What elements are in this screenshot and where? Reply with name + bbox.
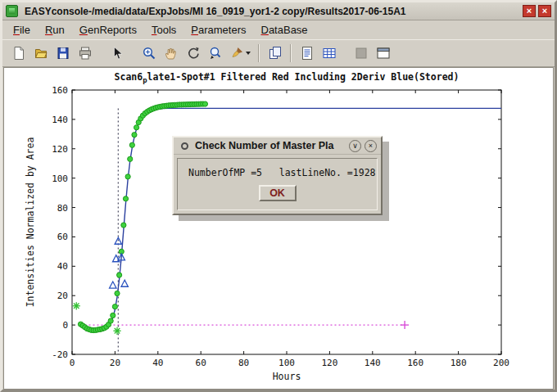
svg-text:0: 0 <box>70 358 75 368</box>
stop-icon <box>354 46 369 61</box>
window-layout-icon <box>376 46 391 61</box>
pan-hand-icon <box>164 46 179 61</box>
toolbar-separator <box>290 44 292 62</box>
svg-text:60: 60 <box>57 232 68 242</box>
figure-area: 020406080100120140160180200-200204060801… <box>3 67 554 390</box>
app-window: EASYconsole-/media/data/ExpJobs/MI 16_09… <box>0 0 557 392</box>
dialog-body: NumberOfMP =5 lastLineNo. =1928 OK <box>177 158 378 210</box>
print-button[interactable] <box>74 43 96 65</box>
svg-text:140: 140 <box>365 358 381 368</box>
paint-brush-icon <box>229 46 244 61</box>
dialog-check-number-of-master-plates: Check Number of Master Pla ∨ × NumberOfM… <box>172 136 383 215</box>
new-document-icon <box>11 46 26 61</box>
menu-genreports[interactable]: GenReports <box>72 21 144 38</box>
svg-text:180: 180 <box>451 358 467 368</box>
window-minimize-button[interactable]: × <box>523 5 536 17</box>
paint-brush-button[interactable] <box>226 43 254 65</box>
svg-text:100: 100 <box>52 173 68 184</box>
rotate-icon <box>186 46 201 61</box>
rotate-button[interactable] <box>182 43 204 65</box>
svg-text:200: 200 <box>493 358 509 368</box>
svg-text:160: 160 <box>52 85 68 96</box>
svg-text:0: 0 <box>62 320 68 331</box>
menu-parameters[interactable]: Parameters <box>183 21 253 38</box>
dropdown-arrow-icon <box>246 52 251 55</box>
zoom-region-button[interactable] <box>204 43 226 65</box>
new-document-button[interactable] <box>7 43 29 65</box>
report-document-button[interactable] <box>296 43 318 65</box>
dialog-icon <box>181 142 188 150</box>
pan-hand-button[interactable] <box>160 43 182 65</box>
dialog-message: NumberOfMP =5 lastLineNo. =1928 <box>188 167 377 178</box>
dialog-shade-button[interactable]: ∨ <box>349 140 361 152</box>
dialog-title: Check Number of Master Pla <box>195 140 346 151</box>
copy-figure-button[interactable] <box>264 43 286 65</box>
select-arrow-button[interactable] <box>106 43 128 65</box>
svg-text:80: 80 <box>57 203 68 214</box>
svg-text:20: 20 <box>57 291 68 301</box>
app-icon <box>6 5 18 17</box>
svg-text:140: 140 <box>52 115 68 125</box>
open-folder-button[interactable] <box>29 43 52 65</box>
toolbar-gap <box>340 53 350 54</box>
svg-text:160: 160 <box>407 358 423 368</box>
dialog-close-button[interactable]: × <box>365 140 377 152</box>
window-close-button[interactable]: × <box>538 5 551 17</box>
zoom-in-button[interactable] <box>138 43 160 65</box>
chart-canvas[interactable]: 020406080100120140160180200-200204060801… <box>4 68 553 389</box>
dialog-titlebar[interactable]: Check Number of Master Pla ∨ × <box>174 137 381 155</box>
toolbar-separator <box>258 44 260 62</box>
menu-database[interactable]: DataBase <box>254 21 315 38</box>
svg-text:Scan6plate1-Spot#1 Filtered Re: Scan6plate1-Spot#1 Filtered Red Includin… <box>115 71 460 84</box>
window-title: EASYconsole-/media/data/ExpJobs/MI 16_09… <box>25 6 520 17</box>
toolbar-gap <box>128 53 138 54</box>
stop-button[interactable] <box>350 43 372 65</box>
select-arrow-icon <box>110 46 125 61</box>
save-button[interactable] <box>52 43 74 65</box>
menu-file[interactable]: File <box>6 21 38 38</box>
toolbar <box>2 39 555 67</box>
toolbar-gap <box>96 53 106 54</box>
svg-text:Hours: Hours <box>273 371 301 382</box>
menu-tools[interactable]: Tools <box>144 21 183 38</box>
zoom-region-icon <box>208 46 223 61</box>
menubar: File Run GenReports Tools Parameters Dat… <box>2 20 555 39</box>
open-folder-icon <box>34 46 48 61</box>
report-document-icon <box>300 46 315 61</box>
dialog-ok-button[interactable]: OK <box>259 185 297 201</box>
window-layout-button[interactable] <box>372 43 394 65</box>
svg-text:60: 60 <box>196 358 206 368</box>
svg-text:120: 120 <box>321 358 337 368</box>
data-table-button[interactable] <box>318 43 340 65</box>
svg-text:100: 100 <box>278 358 295 368</box>
menu-run[interactable]: Run <box>38 21 72 38</box>
svg-text:80: 80 <box>238 358 249 368</box>
zoom-in-icon <box>142 46 156 61</box>
svg-text:20: 20 <box>110 358 120 368</box>
save-icon <box>56 46 70 61</box>
svg-text:120: 120 <box>52 144 68 155</box>
print-icon <box>78 46 93 61</box>
window-titlebar[interactable]: EASYconsole-/media/data/ExpJobs/MI 16_09… <box>2 2 555 20</box>
svg-text:Intensities Normalized by Area: Intensities Normalized by Area <box>25 137 36 308</box>
data-table-icon <box>322 46 337 61</box>
svg-text:40: 40 <box>57 261 68 272</box>
copy-figure-icon <box>268 46 283 61</box>
svg-text:-20: -20 <box>52 349 68 360</box>
svg-text:40: 40 <box>152 358 163 368</box>
